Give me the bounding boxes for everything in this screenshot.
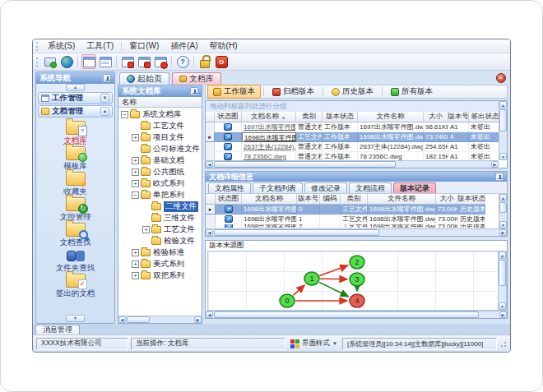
scrollbar-thumb[interactable]	[214, 161, 396, 168]
scroll-up-icon[interactable]: ▲	[499, 251, 506, 259]
tree-expand-icon[interactable]: +	[132, 180, 139, 187]
column-header[interactable]: 大小	[424, 112, 448, 122]
column-header[interactable]: 文件名称	[368, 194, 436, 205]
scroll-down-icon[interactable]: ▼	[499, 302, 506, 310]
column-header[interactable]: 类别	[296, 112, 323, 122]
message-management-tab[interactable]: 消息管理	[35, 325, 80, 334]
tree-expand-icon[interactable]: +	[132, 272, 139, 279]
scroll-down-icon[interactable]: ▼	[499, 153, 507, 160]
table-row[interactable]: ▸↗1698出水嘴零件图.dwg工艺文件工作版本1698出水嘴零件图.dwg73…	[206, 132, 499, 142]
tab-version-records[interactable]: 版本记录	[393, 182, 436, 193]
scroll-down-icon[interactable]: ▼	[499, 221, 507, 228]
column-header[interactable]: 文档名称	[242, 194, 297, 205]
ui-style-button[interactable]: 界面样式 ▼	[288, 339, 340, 348]
tab-subdoc-list[interactable]: 子文档列表	[253, 182, 303, 193]
version-node-1[interactable]: 1	[304, 272, 319, 285]
menu-plugins[interactable]: 插件(A)	[165, 39, 203, 53]
scrollbar-thumb[interactable]	[127, 316, 150, 323]
sidebar-item-document-library[interactable]: 文档库	[63, 121, 87, 146]
menu-help[interactable]: 帮助(H)	[204, 39, 244, 53]
scroll-left-icon[interactable]: ◀	[206, 229, 213, 236]
version-grid-horizontal-scrollbar[interactable]: ◀ ▶	[206, 228, 507, 236]
scroll-left-icon[interactable]: ◀	[118, 316, 126, 323]
scrollbar-thumb[interactable]	[214, 229, 379, 236]
table-row[interactable]: ↗1698出水嘴零件图.dwg2工艺文件1698出水嘴零件图.dwg73.00K…	[206, 224, 499, 228]
scrollbar-thumb[interactable]	[214, 311, 479, 318]
desktop-icon[interactable]	[43, 54, 58, 69]
menu-window[interactable]: 窗口(W)	[123, 39, 165, 53]
tree-node[interactable]: +检验标准	[118, 247, 202, 258]
tree-node[interactable]: −系统文档库	[118, 108, 202, 120]
all-versions-button[interactable]: 所有版本	[385, 85, 439, 99]
grid-window-icon[interactable]	[98, 54, 113, 69]
section-work-management[interactable]: 工作管理▼	[38, 92, 113, 104]
table-row[interactable]: ↗2637主体(12284).dwg普通文档工作版本2637主体(12284).…	[206, 142, 499, 152]
version-grid-vertical-scrollbar[interactable]: ▲ ▼	[499, 194, 507, 228]
graph-vertical-scrollbar[interactable]: ▲ ▼	[498, 251, 506, 310]
column-header[interactable]: 版本号	[297, 194, 320, 205]
exit-icon[interactable]	[214, 54, 229, 69]
tree-node[interactable]: +双把系列	[118, 270, 202, 281]
column-header[interactable]: 编码	[320, 194, 341, 205]
help-icon[interactable]	[175, 54, 190, 69]
scroll-left-icon[interactable]: ◀	[206, 161, 213, 168]
table-row[interactable]: ↗1697出水嘴零件图.dwg普通文档工作版本1697出水嘴零件图.dwg96.…	[206, 122, 499, 132]
scroll-right-icon[interactable]: ▶	[499, 229, 507, 236]
table-row[interactable]: ↗78 2356C.dwg普通文档工作版本78 2356C.dwg182.15K…	[206, 152, 499, 160]
tree-expand-icon[interactable]: +	[132, 134, 139, 141]
scroll-right-icon[interactable]: ▶	[194, 316, 202, 323]
document-grid-horizontal-scrollbar[interactable]: ◀ ▶	[206, 160, 499, 168]
tree-node[interactable]: +三维文件	[118, 212, 202, 224]
scrollbar-thumb[interactable]	[499, 202, 507, 213]
column-header[interactable]: 版本状态	[323, 112, 358, 122]
column-header[interactable]: 签出状态	[469, 112, 499, 122]
document-grid-vertical-scrollbar[interactable]: ▲ ▼	[499, 101, 507, 160]
tree-column-header[interactable]: 名称	[118, 97, 202, 108]
sidebar-item-checked-out-docs[interactable]: 签出的文档	[56, 274, 95, 299]
tab-doc-flow[interactable]: 文档流程	[349, 182, 392, 193]
scrollbar-thumb[interactable]	[499, 260, 506, 286]
tree-collapse-icon[interactable]: −	[132, 191, 139, 199]
message-window-icon[interactable]	[137, 54, 151, 69]
table-row[interactable]: ▸↗1698出水嘴零件图.dwg0工艺文件1698出水嘴零件图.dwg73.00…	[206, 205, 499, 214]
table-row[interactable]: ↗1698出水嘴零件图.dwg1工艺文件1698出水嘴零件图.dwg73.00K…	[206, 214, 499, 224]
scroll-up-icon[interactable]: ▲	[499, 194, 507, 201]
alert-window-icon[interactable]	[153, 54, 168, 69]
column-header[interactable]: 版本状态	[458, 194, 485, 205]
tree-horizontal-scrollbar[interactable]: ◀ ▶	[118, 316, 202, 323]
scroll-right-icon[interactable]: ▶	[491, 161, 499, 168]
history-version-button[interactable]: 历史版本	[326, 85, 379, 99]
tab-start-page[interactable]: 起始页	[119, 72, 169, 85]
tree-node[interactable]: +基础文档	[118, 154, 202, 166]
resize-grip[interactable]	[499, 340, 507, 348]
menu-grip[interactable]	[36, 42, 39, 51]
tree-node[interactable]: −单把系列	[118, 189, 202, 201]
version-node-2[interactable]: 2	[350, 256, 364, 269]
tree-node[interactable]: +检验文件	[118, 235, 202, 247]
menu-system[interactable]: 系统(S)	[42, 39, 81, 53]
tree-expand-icon[interactable]: +	[132, 168, 139, 176]
tree-node[interactable]: +欧式系列	[118, 178, 202, 189]
working-version-button[interactable]: 工作版本	[207, 85, 261, 99]
sidebar-item-doc-search[interactable]: 文档查找	[60, 223, 91, 248]
section-document-management[interactable]: 文档管理▲	[38, 105, 113, 118]
tree-node[interactable]: +项目文件	[118, 131, 202, 143]
scroll-up-icon[interactable]: ▲	[499, 101, 507, 108]
scroll-right-icon[interactable]: ▶	[499, 311, 507, 318]
pushpin-icon[interactable]	[103, 74, 111, 82]
column-header[interactable]: 文件名称	[358, 112, 424, 122]
lock-icon[interactable]	[197, 54, 212, 69]
tree-node[interactable]: +美式系列	[118, 258, 202, 270]
archived-version-button[interactable]: 归档版本	[267, 85, 320, 99]
tree-expand-icon[interactable]: +	[132, 249, 139, 256]
tree-collapse-icon[interactable]: −	[121, 111, 128, 118]
column-header[interactable]: 版本号	[448, 112, 469, 122]
scroll-left-icon[interactable]: ◀	[206, 311, 213, 318]
mail-icon[interactable]	[120, 54, 135, 69]
column-header[interactable]: 状态图	[216, 194, 242, 205]
tab-doc-properties[interactable]: 文档属性	[208, 182, 251, 193]
tree-node[interactable]: +公司标准文件	[118, 143, 202, 154]
column-header[interactable]: 文档名称▲	[242, 112, 296, 122]
version-node-0[interactable]: 0	[280, 294, 295, 307]
tree-expand-icon[interactable]: +	[132, 157, 139, 164]
